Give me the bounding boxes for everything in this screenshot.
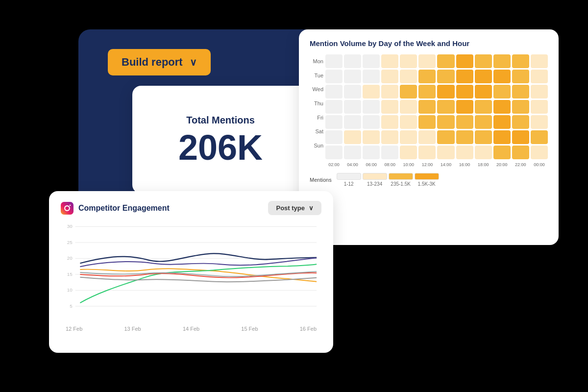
heatmap-cell xyxy=(437,146,454,159)
heatmap-cell xyxy=(400,146,417,159)
x-axis-label: 13 Feb xyxy=(124,326,141,332)
heatmap-y-label: Sun xyxy=(310,143,323,148)
legend-segment-label: 1-12 xyxy=(344,181,354,187)
heatmap-cell xyxy=(418,130,436,144)
heatmap-cell xyxy=(531,115,548,129)
post-type-label: Post type xyxy=(276,204,305,212)
heatmap-cell xyxy=(475,100,492,114)
heatmap-cell xyxy=(493,130,511,144)
heatmap-x-label: 22:00 xyxy=(512,162,529,167)
heatmap-cell xyxy=(437,115,454,129)
heatmap-cell xyxy=(325,54,343,68)
legend-segment xyxy=(337,173,361,180)
legend-segment-label: 1.5K-3K xyxy=(418,181,436,187)
svg-text:5: 5 xyxy=(70,303,73,309)
heatmap-cell xyxy=(512,85,529,98)
heatmap-x-label: 00:00 xyxy=(531,162,548,167)
heatmap-cell xyxy=(418,100,436,114)
heatmap-cell xyxy=(456,130,473,144)
heatmap-cell xyxy=(363,130,380,144)
heatmap-cell xyxy=(418,115,436,129)
x-axis-label: 14 Feb xyxy=(183,326,199,332)
heatmap-cell xyxy=(381,85,398,98)
heatmap-x-label: 02:00 xyxy=(325,162,343,167)
heatmap-x-label: 18:00 xyxy=(475,162,492,167)
heatmap-y-label: Tue xyxy=(310,73,323,78)
instagram-icon xyxy=(61,202,74,215)
heatmap-cell xyxy=(381,100,398,114)
legend-segment-label: 235-1.5K xyxy=(391,181,411,187)
heatmap-cell xyxy=(512,100,529,114)
svg-text:20: 20 xyxy=(67,255,73,261)
heatmap-cell xyxy=(531,70,548,83)
heatmap-x-label: 12:00 xyxy=(418,162,436,167)
heatmap-cell xyxy=(381,130,398,144)
heatmap-y-label: Sat xyxy=(310,128,323,134)
mentions-value: 206K xyxy=(178,130,263,165)
heatmap-cell xyxy=(437,85,454,98)
heatmap-cell xyxy=(531,54,548,68)
heatmap-cell xyxy=(456,85,473,98)
chevron-down-icon: ∨ xyxy=(190,56,197,68)
heatmap-cell xyxy=(475,54,492,68)
heatmap-cell xyxy=(363,70,380,83)
heatmap-cell xyxy=(381,146,398,159)
heatmap-cell xyxy=(456,115,473,129)
heatmap-cell xyxy=(400,100,417,114)
mentions-label: Total Mentions xyxy=(186,115,255,126)
heatmap-cell xyxy=(531,100,548,114)
heatmap-cell xyxy=(531,146,548,159)
heatmap-cell xyxy=(475,115,492,129)
heatmap-cell xyxy=(493,115,511,129)
heatmap-cell xyxy=(475,130,492,144)
heatmap-y-label: Mon xyxy=(310,58,323,64)
svg-point-2 xyxy=(70,204,71,206)
heatmap-cell xyxy=(456,146,473,159)
heatmap-cell xyxy=(363,115,380,129)
heatmap-cell xyxy=(400,85,417,98)
heatmap-x-label: 20:00 xyxy=(493,162,511,167)
heatmap-cell xyxy=(381,54,398,68)
heatmap-cell xyxy=(456,100,473,114)
build-report-button[interactable]: Build report ∨ xyxy=(108,49,211,75)
engagement-card: Competitor Engagement Post type ∨ 30 25 … xyxy=(49,191,333,353)
heatmap-x-label: 14:00 xyxy=(437,162,454,167)
post-type-chevron: ∨ xyxy=(309,204,314,212)
heatmap-cell xyxy=(456,54,473,68)
heatmap-cell xyxy=(344,70,361,83)
build-report-label: Build report xyxy=(122,56,183,69)
heatmap-y-label: Thu xyxy=(310,100,323,106)
heatmap-cell xyxy=(344,54,361,68)
heatmap-cell xyxy=(418,146,436,159)
heatmap-x-label: 06:00 xyxy=(363,162,380,167)
heatmap-cell xyxy=(475,85,492,98)
heatmap-cell xyxy=(437,54,454,68)
heatmap-cell xyxy=(418,85,436,98)
heatmap-cell xyxy=(493,100,511,114)
engagement-title: Competitor Engagement xyxy=(78,204,170,213)
heatmap-title: Mention Volume by Day of the Week and Ho… xyxy=(310,39,548,48)
heatmap-cell xyxy=(493,54,511,68)
heatmap-cell xyxy=(400,130,417,144)
heatmap-cell xyxy=(512,115,529,129)
heatmap-grid-container: MonTueWedThuFriSatSun 02:0004:0006:0008:… xyxy=(310,54,548,167)
heatmap-grid xyxy=(325,54,548,159)
heatmap-cell xyxy=(475,70,492,83)
legend-segment xyxy=(415,173,439,180)
heatmap-cell xyxy=(512,146,529,159)
heatmap-cell xyxy=(456,70,473,83)
heatmap-cell xyxy=(418,70,436,83)
heatmap-cell xyxy=(325,85,343,98)
heatmap-cell xyxy=(400,54,417,68)
heatmap-x-label: 10:00 xyxy=(400,162,417,167)
heatmap-cell xyxy=(531,85,548,98)
heatmap-cell xyxy=(512,70,529,83)
heatmap-cell xyxy=(344,100,361,114)
heatmap-card: Mention Volume by Day of the Week and Ho… xyxy=(299,29,559,245)
heatmap-x-label: 04:00 xyxy=(344,162,361,167)
heatmap-cell xyxy=(344,115,361,129)
heatmap-cell xyxy=(325,146,343,159)
heatmap-cell xyxy=(531,130,548,144)
post-type-button[interactable]: Post type ∨ xyxy=(268,201,321,215)
heatmap-cell xyxy=(493,85,511,98)
